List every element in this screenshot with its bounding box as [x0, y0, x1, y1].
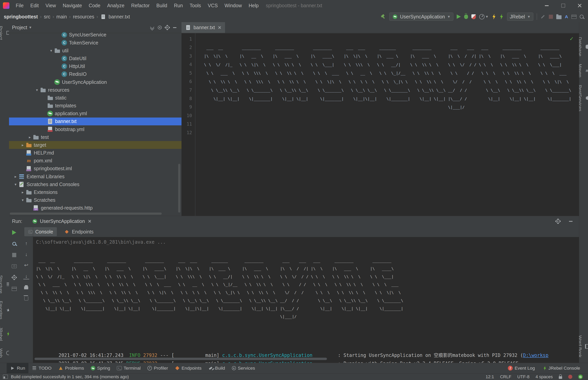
tool-stripe-button[interactable]: Database: [577, 33, 588, 60]
toolwindow-toggle-icon[interactable]: [3, 375, 8, 379]
expand-chevron-icon[interactable]: [34, 88, 40, 92]
menu-item[interactable]: Run: [171, 0, 186, 11]
debug-button[interactable]: [464, 15, 468, 19]
event-log-button[interactable]: 2 Event Log: [505, 363, 538, 374]
expand-chevron-icon[interactable]: [20, 198, 26, 202]
file-path-link[interactable]: D:\worksp: [523, 353, 549, 358]
menu-item[interactable]: Analyze: [104, 0, 128, 11]
toolwindow-button[interactable]: Build: [205, 363, 228, 374]
tool-stripe-button[interactable]: RestServices: [577, 81, 588, 115]
breadcrumb-item[interactable]: src: [44, 14, 50, 19]
menu-item[interactable]: Help: [245, 0, 262, 11]
hide-panel-icon[interactable]: [171, 24, 178, 31]
stop-button[interactable]: [11, 252, 17, 258]
minimize-panel-icon[interactable]: [567, 218, 574, 225]
menu-item[interactable]: Navigate: [59, 0, 85, 11]
menu-item[interactable]: Refactor: [128, 0, 153, 11]
tree-row[interactable]: SyncUserService: [9, 31, 181, 39]
tree-row[interactable]: test: [9, 133, 181, 141]
breadcrumb-item[interactable]: banner.txt: [109, 14, 130, 19]
settings-gear-icon[interactable]: [554, 218, 562, 225]
breadcrumb-item[interactable]: resources: [73, 14, 94, 19]
tree-row[interactable]: UserSyncApplication: [9, 78, 181, 86]
close-tab-icon[interactable]: [218, 26, 221, 29]
tree-row[interactable]: TokenService: [9, 39, 181, 47]
tree-row[interactable]: bootstrap.yml: [9, 125, 181, 133]
tree-row[interactable]: util: [9, 47, 181, 55]
wrench-icon[interactable]: [11, 241, 17, 247]
run-button[interactable]: [457, 15, 461, 19]
inspections-ok-icon[interactable]: ✓: [569, 36, 574, 42]
profiler-button[interactable]: ▼: [479, 14, 489, 19]
settings-gear-icon[interactable]: [163, 24, 171, 31]
toolwindow-button[interactable]: TODO: [28, 363, 55, 374]
up-stack-trace-icon[interactable]: ↑: [23, 240, 29, 247]
editor-tab[interactable]: banner.txt: [181, 22, 225, 33]
breadcrumb-item[interactable]: springboottest: [4, 14, 38, 19]
line-ending-indicator[interactable]: CRLF: [500, 374, 511, 380]
tree-row[interactable]: DateUtil: [9, 55, 181, 62]
tree-row[interactable]: External Libraries: [9, 172, 181, 180]
toolwindow-button[interactable]: Terminal: [114, 363, 144, 374]
folder-icon[interactable]: [556, 15, 562, 19]
menu-item[interactable]: VCS: [204, 0, 221, 11]
translator-status-icon[interactable]: G: [578, 375, 583, 379]
toolwindow-button[interactable]: Profiler: [144, 363, 172, 374]
minimize-button[interactable]: [539, 0, 555, 11]
scroll-to-end-icon[interactable]: ↓: [23, 273, 29, 280]
menu-item[interactable]: Edit: [27, 0, 42, 11]
run-panel-tab[interactable]: Endpoints: [60, 227, 98, 236]
breadcrumb-item[interactable]: main: [56, 14, 67, 19]
settings-gear-icon[interactable]: [11, 274, 17, 281]
coverage-button[interactable]: [471, 14, 476, 19]
tree-row[interactable]: application.yml: [9, 110, 181, 117]
tree-row[interactable]: Extensions: [9, 188, 181, 196]
jrebel-run-icon[interactable]: [492, 14, 496, 19]
jrebel-console-button[interactable]: JRebel Console: [540, 363, 584, 374]
menu-item[interactable]: File: [12, 0, 27, 11]
tree-row[interactable]: generated-requests.http: [9, 204, 181, 212]
tool-stripe-button[interactable]: Word Book: [577, 332, 588, 361]
down-stack-trace-icon[interactable]: ↓: [23, 251, 29, 257]
encoding-indicator[interactable]: UTF-8: [517, 374, 529, 380]
editor-content[interactable]: 1 2 3 4 5 6 7 8 9 10 11 12 ___ __ ______…: [181, 33, 579, 216]
toolwindow-button[interactable]: Endpoints: [172, 363, 205, 374]
layout-icon[interactable]: [571, 15, 576, 19]
build-hammer-icon[interactable]: [381, 14, 386, 19]
horizontal-scrollbar[interactable]: [10, 212, 162, 215]
translate-icon[interactable]: A: [565, 14, 568, 19]
indent-indicator[interactable]: 4 spaces: [535, 374, 553, 380]
tree-row[interactable]: RedisIO: [9, 70, 181, 78]
run-config-tab[interactable]: UserSyncApplication: [32, 218, 91, 224]
tree-row[interactable]: templates: [9, 102, 181, 110]
expand-chevron-icon[interactable]: [20, 190, 26, 194]
clear-console-icon[interactable]: [23, 295, 29, 301]
readonly-lock-icon[interactable]: [559, 376, 562, 379]
run-configuration-select[interactable]: UserSyncApplication ▼: [389, 13, 453, 21]
expand-chevron-icon[interactable]: [27, 135, 33, 139]
soft-wrap-icon[interactable]: ↩: [23, 262, 29, 268]
search-icon[interactable]: [580, 15, 584, 19]
project-panel-title[interactable]: Project: [12, 25, 27, 30]
menu-item[interactable]: Code: [85, 0, 104, 11]
locate-file-icon[interactable]: [156, 24, 163, 31]
layout-icon[interactable]: [11, 286, 17, 292]
tool-stripe-button[interactable]: Maven: [577, 60, 588, 81]
maximize-button[interactable]: [555, 0, 571, 11]
tree-row[interactable]: resources: [9, 86, 181, 94]
caret-position[interactable]: 12:1: [486, 374, 494, 380]
menu-item[interactable]: Window: [221, 0, 245, 11]
collapse-all-icon[interactable]: [149, 24, 156, 31]
screenshot-icon[interactable]: [11, 263, 17, 269]
expand-chevron-icon[interactable]: [12, 174, 19, 179]
tree-row[interactable]: Scratches: [9, 196, 181, 204]
toolwindow-button[interactable]: Problems: [55, 363, 87, 374]
tree-row[interactable]: pom.xml: [9, 157, 181, 165]
jrebel-select[interactable]: JRebel ▼: [507, 13, 533, 21]
rerun-button[interactable]: [11, 229, 17, 236]
close-button[interactable]: [571, 0, 588, 11]
close-tab-icon[interactable]: [88, 220, 91, 223]
menu-item[interactable]: Tools: [186, 0, 204, 11]
horizontal-scrollbar[interactable]: [35, 358, 327, 360]
toolwindow-button[interactable]: Services: [228, 363, 258, 374]
